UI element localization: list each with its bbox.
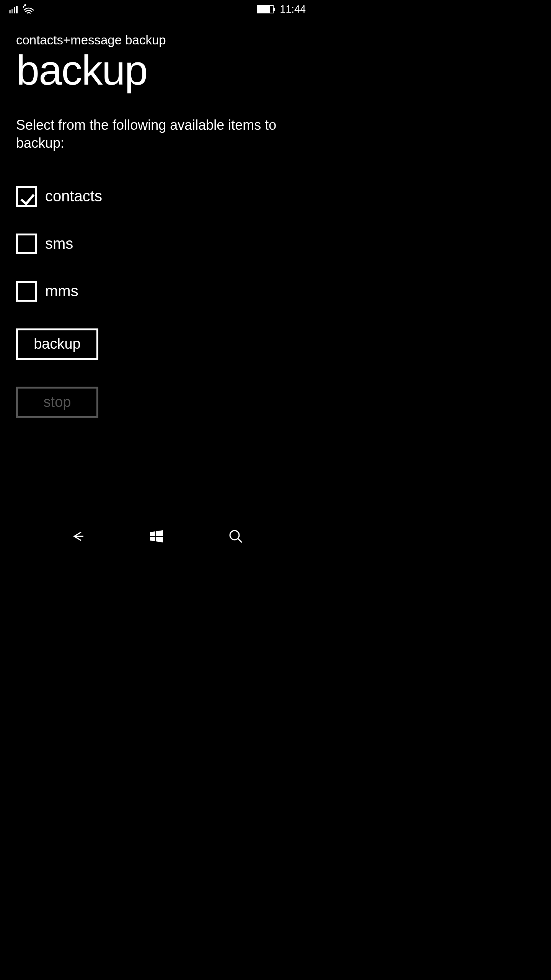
signal-icon bbox=[9, 5, 18, 13]
back-button[interactable] bbox=[70, 528, 86, 544]
search-button[interactable] bbox=[228, 528, 244, 544]
nav-bar bbox=[0, 521, 313, 551]
status-bar: 11:44 bbox=[0, 0, 313, 18]
status-left bbox=[9, 4, 34, 14]
description: Select from the following available item… bbox=[16, 116, 297, 152]
app-title: contacts+message backup bbox=[16, 33, 297, 47]
checkbox-label: sms bbox=[45, 235, 73, 252]
content: contacts+message backup backup Select fr… bbox=[0, 18, 313, 418]
checkbox-group: contacts sms mms bbox=[16, 186, 297, 302]
wifi-icon bbox=[23, 4, 34, 14]
backup-button[interactable]: backup bbox=[16, 328, 98, 360]
clock: 11:44 bbox=[280, 3, 306, 15]
checkbox-item-sms[interactable]: sms bbox=[16, 234, 297, 254]
windows-button[interactable] bbox=[148, 528, 165, 544]
checkbox-label: mms bbox=[45, 283, 78, 300]
status-right: 11:44 bbox=[257, 3, 306, 15]
button-group: backup stop bbox=[16, 328, 297, 418]
checkbox-item-mms[interactable]: mms bbox=[16, 281, 297, 302]
svg-line-2 bbox=[238, 539, 242, 542]
checkbox-mms[interactable] bbox=[16, 281, 37, 302]
stop-button: stop bbox=[16, 387, 98, 418]
svg-point-1 bbox=[230, 531, 239, 540]
battery-icon bbox=[257, 5, 274, 13]
checkbox-item-contacts[interactable]: contacts bbox=[16, 186, 297, 207]
checkbox-sms[interactable] bbox=[16, 234, 37, 254]
page-title: backup bbox=[16, 49, 297, 91]
checkbox-contacts[interactable] bbox=[16, 186, 37, 207]
checkbox-label: contacts bbox=[45, 188, 102, 205]
